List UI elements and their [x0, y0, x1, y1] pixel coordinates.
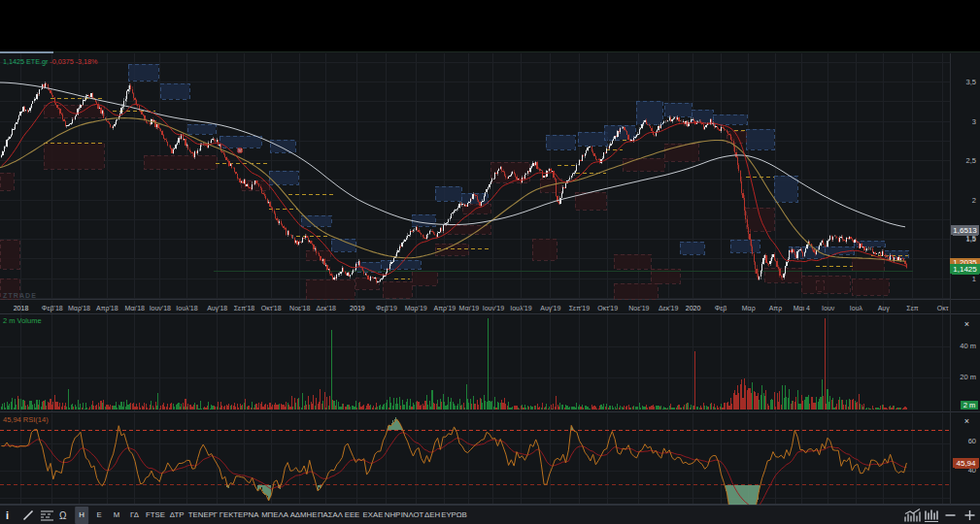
svg-text:Νοε'18: Νοε'18 [289, 305, 310, 311]
svg-text:Οκτ: Οκτ [937, 305, 949, 311]
svg-text:45,94: 45,94 [956, 459, 976, 468]
svg-text:Ιουλ'19: Ιουλ'19 [510, 305, 531, 311]
svg-text:Φεβ'18: Φεβ'18 [42, 305, 63, 312]
svg-text:Μαι'18: Μαι'18 [124, 305, 145, 311]
svg-text:3,5: 3,5 [966, 78, 976, 86]
svg-text:ZTRADE: ZTRADE [3, 292, 37, 299]
svg-text:Μαρ'18: Μαρ'18 [68, 305, 90, 312]
svg-text:20 m: 20 m [960, 373, 976, 381]
svg-text:Δεκ'19: Δεκ'19 [659, 305, 679, 311]
svg-text:Οκτ'19: Οκτ'19 [597, 305, 618, 311]
svg-text:Ιουν'19: Ιουν'19 [483, 305, 504, 311]
svg-text:1,1425: 1,1425 [953, 265, 977, 274]
svg-text:Ιουν: Ιουν [822, 305, 835, 311]
svg-text:3: 3 [972, 117, 976, 126]
svg-text:Απρ'18: Απρ'18 [96, 305, 118, 312]
svg-text:2020: 2020 [686, 305, 701, 311]
svg-text:Ιουλ: Ιουλ [850, 305, 863, 311]
svg-text:Σεπ: Σεπ [906, 305, 918, 311]
svg-text:Αυγ'19: Αυγ'19 [540, 305, 560, 312]
svg-text:40 m: 40 m [960, 342, 976, 350]
svg-text:Μαρ: Μαρ [742, 305, 756, 312]
svg-text:Αυγ: Αυγ [878, 305, 890, 312]
svg-text:Αυγ'18: Αυγ'18 [207, 305, 227, 312]
svg-text:2 m: 2 m [963, 401, 976, 409]
svg-text:1,5: 1,5 [966, 234, 976, 243]
svg-text:×: × [964, 319, 969, 329]
svg-text:1,1425 ETE.gr -0,0375 -3,18%: 1,1425 ETE.gr -0,0375 -3,18% [3, 57, 98, 66]
svg-text:Οκτ'18: Οκτ'18 [261, 305, 282, 311]
svg-text:2019: 2019 [350, 305, 365, 311]
svg-text:60: 60 [968, 437, 976, 445]
svg-text:Απρ: Απρ [769, 305, 782, 312]
svg-text:Φεβ'19: Φεβ'19 [376, 305, 397, 312]
svg-text:Απρ'19: Απρ'19 [434, 305, 456, 312]
svg-text:Μαι'19: Μαι'19 [459, 305, 480, 311]
svg-text:Ιουν'18: Ιουν'18 [150, 305, 171, 311]
svg-text:Μαι 4: Μαι 4 [794, 305, 810, 311]
svg-text:Μαρ'19: Μαρ'19 [405, 305, 427, 312]
svg-text:2018: 2018 [14, 305, 29, 311]
svg-text:Νοε'19: Νοε'19 [628, 305, 649, 311]
svg-text:M: M [238, 148, 242, 153]
svg-text:2: 2 [972, 196, 976, 205]
svg-text:Ιουλ'18: Ιουλ'18 [176, 305, 197, 311]
svg-text:2,5: 2,5 [966, 156, 976, 165]
svg-text:Σεπ'19: Σεπ'19 [569, 305, 591, 311]
svg-text:1: 1 [972, 275, 976, 283]
svg-text:45,94 RSI(14): 45,94 RSI(14) [3, 415, 49, 424]
svg-text:Σεπ'18: Σεπ'18 [234, 305, 255, 311]
svg-text:2 m Volume: 2 m Volume [3, 316, 42, 325]
svg-text:Δεκ'18: Δεκ'18 [317, 305, 337, 311]
svg-text:×: × [964, 416, 969, 426]
svg-text:Φεβ: Φεβ [715, 305, 727, 312]
